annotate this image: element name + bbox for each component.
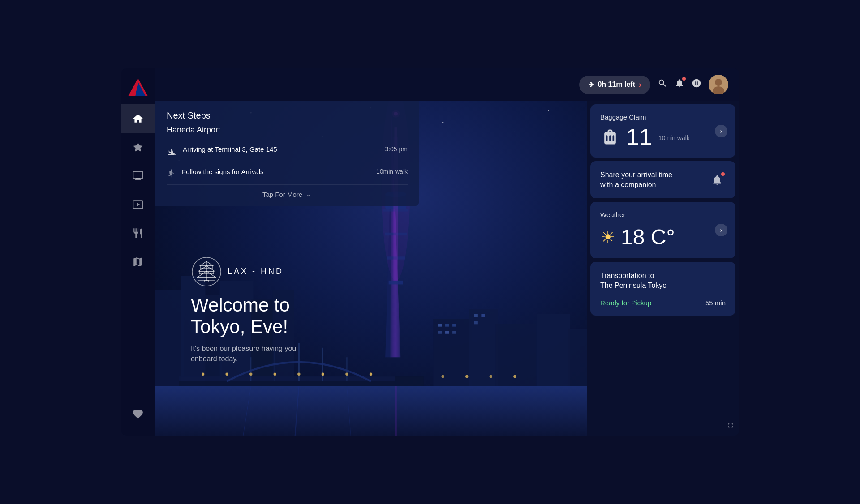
plane-land-icon — [167, 146, 176, 158]
sidebar-item-entertainment[interactable] — [121, 162, 155, 190]
svg-point-77 — [513, 375, 516, 378]
welcome-overlay: LAX - HND Welcome to Tokyo, Eve! It's be… — [191, 256, 296, 364]
svg-point-16 — [442, 122, 443, 123]
plane-icon: ✈ — [588, 81, 594, 89]
weather-temperature: 18 C° — [621, 225, 675, 249]
svg-point-66 — [202, 373, 204, 376]
sun-icon: ☀ — [600, 227, 615, 247]
content-area: LAX - HND Welcome to Tokyo, Eve! It's be… — [155, 101, 739, 436]
walk-icon — [167, 169, 176, 180]
route-text: LAX - HND — [228, 267, 284, 276]
transportation-status: Ready for Pickup — [600, 299, 651, 307]
flight-timer-button[interactable]: ✈ 0h 11m left › — [579, 76, 650, 94]
svg-point-18 — [548, 110, 549, 111]
weather-title: Weather — [600, 211, 726, 218]
next-steps-item-arriving: Arriving at Terminal 3, Gate 145 3:05 pm — [167, 141, 408, 163]
flight-timer-chevron: › — [639, 80, 641, 90]
share-arrival-text: Share your arrival timewith a companion — [600, 170, 672, 189]
transportation-title: Transportation to The Peninsula Tokyo — [600, 271, 726, 290]
svg-rect-52 — [481, 314, 485, 317]
svg-rect-3 — [133, 171, 143, 178]
svg-point-71 — [322, 373, 324, 376]
svg-rect-5 — [135, 179, 141, 180]
svg-point-72 — [345, 373, 348, 376]
weather-card-chevron[interactable]: › — [715, 224, 727, 236]
ns-item1-text: Arriving at Terminal 3, Gate 145 — [183, 145, 378, 153]
svg-rect-55 — [179, 381, 395, 386]
svg-point-73 — [370, 373, 372, 376]
notifications-icon-button[interactable] — [675, 78, 684, 91]
svg-rect-4 — [136, 178, 140, 179]
svg-point-68 — [249, 373, 252, 376]
bell-icon — [709, 171, 726, 188]
baggage-number: 11 — [626, 125, 652, 149]
svg-point-69 — [274, 373, 276, 376]
next-steps-card[interactable]: Next Steps Haneda Airport Arriving at Te… — [155, 101, 419, 206]
main-screen: ✈ 0h 11m left › — [121, 68, 739, 436]
right-panel: Baggage Claim 11 10min walk › — [587, 101, 739, 436]
svg-rect-48 — [445, 331, 449, 333]
svg-rect-46 — [445, 324, 449, 326]
baggage-claim-title: Baggage Claim — [600, 113, 726, 121]
transportation-time: 55 min — [705, 299, 726, 307]
baggage-walk-time: 10min walk — [658, 134, 690, 141]
svg-rect-49 — [452, 324, 456, 326]
sidebar-item-heart[interactable] — [121, 400, 155, 428]
svg-rect-51 — [474, 314, 478, 317]
next-steps-item-walk: Follow the signs for Arrivals 10min walk — [167, 163, 408, 185]
svg-rect-47 — [438, 331, 442, 333]
expand-icon[interactable] — [727, 421, 735, 431]
svg-point-70 — [297, 373, 300, 376]
svg-point-74 — [441, 375, 444, 378]
weather-main-info: ☀ 18 C° — [600, 225, 726, 249]
user-avatar[interactable] — [709, 75, 728, 94]
search-icon-button[interactable] — [658, 78, 667, 91]
svg-point-67 — [225, 373, 228, 376]
welcome-subtitle: It's been our pleasure having youonboard… — [191, 344, 296, 364]
baggage-main-info: 11 10min walk — [600, 125, 726, 149]
baggage-claim-card[interactable]: Baggage Claim 11 10min walk › — [590, 104, 735, 158]
share-arrival-card[interactable]: Share your arrival timewith a companion — [590, 161, 735, 198]
svg-marker-7 — [137, 203, 140, 207]
next-steps-airport: Haneda Airport — [167, 125, 408, 135]
baggage-card-chevron[interactable]: › — [715, 125, 727, 137]
svg-rect-30 — [389, 281, 403, 285]
route-badge: LAX - HND — [191, 256, 296, 287]
settings-icon-button[interactable] — [692, 78, 701, 91]
sidebar-item-movies[interactable] — [121, 190, 155, 219]
svg-rect-53 — [474, 321, 478, 324]
svg-point-75 — [465, 375, 468, 378]
flight-timer-text: 0h 11m left — [598, 81, 635, 89]
sidebar — [121, 68, 155, 436]
transportation-card[interactable]: Transportation to The Peninsula Tokyo Re… — [590, 262, 735, 316]
notification-badge — [682, 77, 686, 81]
background-area: LAX - HND Welcome to Tokyo, Eve! It's be… — [155, 101, 587, 436]
svg-rect-45 — [438, 324, 442, 326]
header: ✈ 0h 11m left › — [155, 68, 739, 101]
ns-item2-text: Follow the signs for Arrivals — [182, 168, 370, 175]
sidebar-item-favorites[interactable] — [121, 133, 155, 162]
svg-rect-61 — [155, 386, 587, 436]
sidebar-item-map[interactable] — [121, 248, 155, 276]
sidebar-item-home[interactable] — [121, 104, 155, 133]
bell-notification-dot — [721, 172, 725, 176]
tap-for-more-button[interactable]: Tap For More ⌄ — [167, 190, 408, 198]
delta-logo — [125, 76, 150, 101]
main-content: ✈ 0h 11m left › — [155, 68, 739, 436]
svg-point-76 — [490, 375, 492, 378]
svg-point-9 — [715, 79, 722, 86]
welcome-title: Welcome to Tokyo, Eve! — [191, 295, 296, 338]
svg-rect-50 — [452, 331, 456, 333]
svg-point-17 — [514, 132, 515, 132]
sidebar-item-dining[interactable] — [121, 219, 155, 248]
chevron-down-icon: ⌄ — [306, 190, 312, 198]
weather-card[interactable]: Weather ☀ 18 C° › — [590, 202, 735, 258]
transportation-footer: Ready for Pickup 55 min — [600, 299, 726, 307]
next-steps-title: Next Steps — [167, 111, 408, 121]
